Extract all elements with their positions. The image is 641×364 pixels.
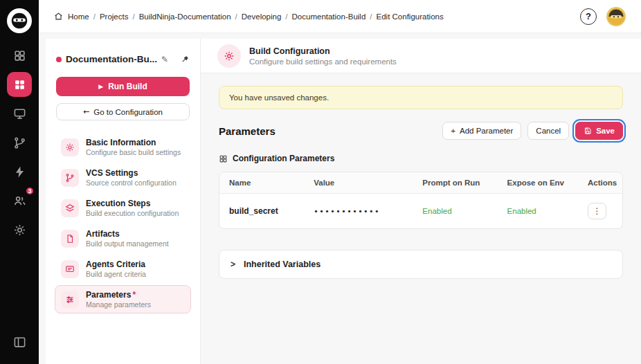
document-icon-svg bbox=[65, 234, 75, 244]
parameters-actions: + Add Parameter Cancel Save bbox=[442, 122, 623, 140]
sidebar-toggle-button[interactable] bbox=[7, 329, 32, 354]
goto-configuration-label: Go to Configuration bbox=[93, 108, 163, 116]
chevron-right-icon: > bbox=[231, 260, 235, 269]
parameters-icon-svg bbox=[65, 295, 75, 304]
ninja-logo-icon bbox=[9, 10, 30, 31]
page-body: Documentation-Bu... ✎ ▶ Run Build ← Go t… bbox=[39, 33, 641, 364]
main-panel: Build Configuration Configure build sett… bbox=[201, 39, 641, 364]
run-build-button[interactable]: ▶ Run Build bbox=[56, 77, 190, 96]
rail-item-actions[interactable] bbox=[7, 159, 32, 184]
menu-item-text: Parameters* Manage parameters bbox=[86, 290, 151, 309]
actions-cell: ⋮ bbox=[578, 194, 622, 228]
breadcrumb-item-current: Edit Configurations bbox=[377, 12, 444, 21]
gear-icon bbox=[61, 138, 79, 156]
breadcrumb-item-project[interactable]: BuildNinja-Documentation bbox=[139, 12, 231, 21]
layers-icon-svg bbox=[65, 203, 75, 213]
rail-item-dashboard[interactable] bbox=[7, 43, 32, 68]
notification-badge: 3 bbox=[25, 186, 35, 196]
page-subtitle: Configure build settings and requirement… bbox=[249, 57, 397, 66]
menu-item-label: Artifacts bbox=[86, 229, 169, 239]
menu-item-desc: Build agent criteria bbox=[86, 270, 146, 278]
tiles-icon bbox=[13, 78, 26, 91]
ninja-avatar-icon bbox=[608, 8, 624, 25]
unsaved-changes-banner: You have unsaved changes. bbox=[219, 86, 623, 109]
sidebar-item-artifacts[interactable]: Artifacts Build output management bbox=[55, 224, 191, 253]
bolt-icon bbox=[13, 165, 26, 179]
menu-item-text: Agents Criteria Build agent criteria bbox=[86, 260, 146, 278]
menu-item-label: Agents Criteria bbox=[86, 260, 146, 269]
cancel-button[interactable]: Cancel bbox=[527, 122, 569, 140]
app-logo[interactable] bbox=[7, 8, 32, 33]
column-header-actions: Actions bbox=[578, 172, 622, 193]
rail-item-settings[interactable] bbox=[7, 217, 32, 242]
menu-item-desc: Manage parameters bbox=[86, 300, 151, 309]
left-rail: 3 bbox=[0, 0, 39, 364]
avatar[interactable] bbox=[606, 7, 626, 26]
topbar-right: ? bbox=[580, 7, 626, 26]
param-value-cell: •••••••••••• bbox=[304, 198, 413, 225]
breadcrumb-item-build[interactable]: Documentation-Build bbox=[292, 12, 366, 21]
breadcrumb-item-projects[interactable]: Projects bbox=[100, 12, 129, 21]
sidebar-item-parameters[interactable]: Parameters* Manage parameters bbox=[55, 285, 191, 313]
add-parameter-label: Add Parameter bbox=[460, 127, 513, 135]
main-content: You have unsaved changes. Parameters + A… bbox=[201, 73, 641, 279]
table-header-row: Name Value Prompt on Run Expose on Env A… bbox=[219, 172, 622, 194]
sidebar-item-vcs-settings[interactable]: VCS Settings Source control configuratio… bbox=[55, 163, 191, 192]
menu-item-text: Artifacts Build output management bbox=[86, 229, 169, 248]
menu-item-desc: Build execution configuration bbox=[86, 209, 179, 217]
page-title: Build Configuration bbox=[249, 46, 397, 56]
sidebar-item-agents-criteria[interactable]: Agents Criteria Build agent criteria bbox=[55, 255, 191, 283]
rail-item-projects[interactable] bbox=[7, 72, 32, 97]
sidebar-title-row: Documentation-Bu... ✎ bbox=[56, 54, 190, 64]
inherited-variables-label: Inherited Variables bbox=[244, 260, 320, 269]
gear-icon-svg bbox=[65, 143, 75, 152]
branch-icon bbox=[13, 136, 26, 149]
breadcrumb-item-home[interactable]: Home bbox=[68, 12, 89, 21]
inherited-variables-panel[interactable]: > Inherited Variables bbox=[219, 250, 623, 279]
agents-icon bbox=[61, 260, 79, 278]
build-config-title: Documentation-Bu... bbox=[66, 54, 157, 64]
parameters-header-row: Parameters + Add Parameter Cancel Save bbox=[219, 122, 623, 140]
sidebar-item-execution-steps[interactable]: Execution Steps Build execution configur… bbox=[55, 194, 191, 222]
save-button[interactable]: Save bbox=[575, 122, 623, 140]
sidebar-item-basic-information[interactable]: Basic Information Configure basic build … bbox=[55, 133, 191, 161]
parameters-table: Name Value Prompt on Run Expose on Env A… bbox=[219, 172, 623, 229]
menu-item-label: Execution Steps bbox=[86, 199, 179, 208]
branch-icon-svg bbox=[65, 173, 75, 183]
play-icon: ▶ bbox=[98, 83, 103, 90]
rail-item-users[interactable]: 3 bbox=[7, 188, 32, 213]
help-button[interactable]: ? bbox=[580, 8, 597, 25]
column-header-prompt: Prompt on Run bbox=[413, 172, 497, 193]
goto-configuration-button[interactable]: ← Go to Configuration bbox=[56, 103, 190, 120]
column-header-expose: Expose on Env bbox=[498, 172, 578, 193]
edit-icon[interactable]: ✎ bbox=[161, 55, 168, 64]
row-actions-button[interactable]: ⋮ bbox=[588, 203, 606, 219]
rail-item-vcs[interactable] bbox=[7, 130, 32, 155]
add-parameter-button[interactable]: + Add Parameter bbox=[442, 122, 521, 140]
save-icon bbox=[584, 127, 592, 135]
required-marker: * bbox=[132, 290, 136, 300]
menu-item-text: VCS Settings Source control configuratio… bbox=[86, 168, 177, 187]
expose-on-env-badge: Enabled bbox=[498, 198, 578, 224]
breadcrumb-separator: / bbox=[132, 12, 134, 21]
gear-icon bbox=[224, 51, 235, 62]
grid-icon bbox=[13, 49, 26, 62]
main-header: Build Configuration Configure build sett… bbox=[201, 39, 641, 73]
rail-nav: 3 bbox=[7, 43, 32, 242]
home-icon bbox=[54, 12, 63, 21]
breadcrumb-item-subproject[interactable]: Developing bbox=[242, 12, 282, 21]
users-icon bbox=[13, 194, 26, 208]
branch-icon bbox=[61, 169, 79, 187]
pin-button[interactable] bbox=[180, 55, 190, 64]
configuration-parameters-label: Configuration Parameters bbox=[219, 154, 623, 163]
breadcrumb-separator: / bbox=[235, 12, 237, 21]
section-title: Parameters bbox=[219, 125, 276, 137]
menu-item-label: Parameters* bbox=[86, 290, 151, 300]
agents-icon-svg bbox=[65, 264, 75, 274]
build-config-icon-wrap bbox=[217, 44, 241, 68]
rail-item-monitor[interactable] bbox=[7, 101, 32, 126]
menu-item-label: VCS Settings bbox=[86, 168, 177, 178]
column-header-name: Name bbox=[219, 172, 304, 193]
table-icon bbox=[219, 154, 228, 163]
config-menu: Basic Information Configure basic build … bbox=[55, 133, 191, 313]
